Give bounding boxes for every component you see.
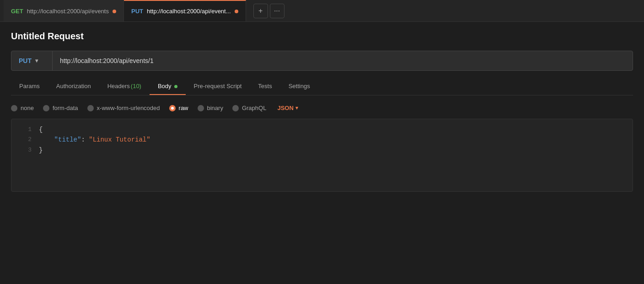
body-type-graphql[interactable]: GraphQL [232, 105, 266, 111]
body-type-none[interactable]: none [11, 105, 34, 111]
plus-icon: + [258, 7, 263, 15]
body-type-raw-label: raw [179, 105, 188, 111]
json-value-title: "Linux Tutorial" [89, 136, 150, 143]
tab-get-url: http://localhost:2000/api/events [27, 8, 109, 15]
body-type-graphql-label: GraphQL [242, 105, 266, 111]
tab-params[interactable]: Params [11, 78, 48, 95]
radio-none-icon [11, 105, 17, 111]
json-selector-label: JSON [277, 105, 293, 111]
body-type-form-data[interactable]: form-data [43, 105, 78, 111]
code-line-2: 2 "title": "Linux Tutorial" [11, 135, 633, 145]
tab-bar: GET http://localhost:2000/api/events PUT… [0, 0, 644, 22]
body-type-binary[interactable]: binary [198, 105, 223, 111]
code-line-1: 1 { [11, 125, 633, 135]
method-selector[interactable]: PUT ▾ [11, 51, 53, 70]
url-input[interactable] [53, 57, 633, 64]
tab-authorization[interactable]: Authorization [48, 78, 99, 95]
code-brace-open: { [39, 125, 43, 135]
tab-body-label: Body [158, 83, 172, 89]
method-chevron-icon: ▾ [35, 58, 38, 64]
request-tabs: Params Authorization Headers(10) Body Pr… [11, 78, 633, 95]
body-type-binary-label: binary [207, 105, 223, 111]
tab-headers-label: Headers [107, 83, 130, 89]
radio-form-data-icon [43, 105, 49, 111]
code-key-value: "title": "Linux Tutorial" [39, 135, 150, 145]
body-type-urlencoded-label: x-www-form-urlencoded [97, 105, 160, 111]
tab-pre-request-label: Pre-request Script [194, 83, 242, 89]
url-bar: PUT ▾ [11, 51, 633, 71]
main-content: Untitled Request PUT ▾ Params Authorizat… [0, 22, 644, 192]
more-tabs-button[interactable]: ··· [270, 4, 284, 18]
add-tab-button[interactable]: + [253, 4, 268, 18]
body-type-none-label: none [21, 105, 34, 111]
request-title: Untitled Request [11, 31, 633, 42]
radio-urlencoded-icon [87, 105, 94, 111]
tab-get-dot [113, 10, 116, 13]
line-number-1: 1 [19, 125, 32, 135]
body-type-selectors: none form-data x-www-form-urlencoded raw… [11, 105, 633, 111]
body-active-dot [174, 85, 177, 88]
json-type-selector[interactable]: JSON ▾ [277, 105, 298, 111]
tab-pre-request[interactable]: Pre-request Script [186, 78, 250, 95]
tab-actions: + ··· [248, 0, 290, 21]
tab-put-dot [235, 10, 238, 13]
tab-params-label: Params [19, 83, 40, 89]
json-colon: : [81, 136, 89, 143]
json-chevron-icon: ▾ [295, 105, 298, 111]
method-label: PUT [19, 57, 32, 64]
tab-tests-label: Tests [258, 83, 272, 89]
tab-settings[interactable]: Settings [280, 78, 318, 95]
tab-tests[interactable]: Tests [250, 78, 280, 95]
tab-put-method: PUT [131, 8, 143, 15]
tab-get[interactable]: GET http://localhost:2000/api/events [4, 0, 124, 21]
tab-settings-label: Settings [289, 83, 310, 89]
tab-put-url: http://localhost:2000/api/event... [147, 8, 231, 15]
radio-raw-icon [169, 105, 176, 111]
more-icon: ··· [274, 7, 280, 15]
tab-headers-badge: (10) [131, 83, 141, 89]
code-brace-close: } [39, 145, 43, 155]
line-number-3: 3 [19, 145, 32, 155]
radio-binary-icon [198, 105, 204, 111]
tab-get-method: GET [11, 8, 23, 15]
line-number-2: 2 [19, 135, 32, 145]
body-type-raw[interactable]: raw [169, 105, 188, 111]
radio-graphql-icon [232, 105, 239, 111]
code-line-3: 3 } [11, 145, 633, 155]
code-editor[interactable]: 1 { 2 "title": "Linux Tutorial" 3 } [11, 119, 633, 192]
json-key-title: "title" [39, 136, 81, 143]
body-type-form-data-label: form-data [53, 105, 78, 111]
tab-headers[interactable]: Headers(10) [99, 78, 150, 95]
tab-put[interactable]: PUT http://localhost:2000/api/event... [124, 0, 246, 21]
tab-authorization-label: Authorization [56, 83, 91, 89]
tab-body[interactable]: Body [150, 78, 186, 95]
body-type-urlencoded[interactable]: x-www-form-urlencoded [87, 105, 160, 111]
